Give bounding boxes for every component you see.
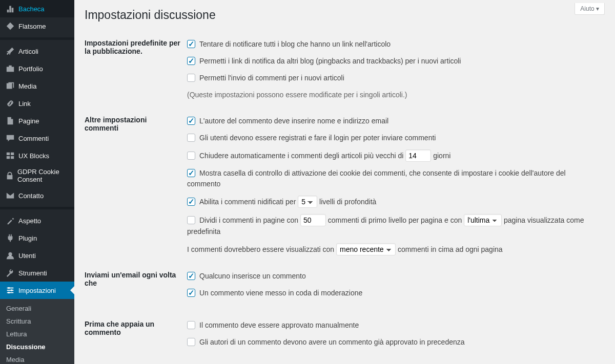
plugin-icon: [5, 233, 15, 243]
chk-allow-comments[interactable]: [187, 74, 195, 82]
section-email-heading: Inviami un'email ogni volta che: [85, 263, 187, 312]
comments-icon: [5, 133, 15, 143]
section-moderation-heading: Moderazione commenti: [85, 361, 187, 364]
pin-icon: [5, 46, 15, 56]
sidebar-item-utenti[interactable]: Utenti: [0, 247, 74, 264]
portfolio-icon: [5, 63, 15, 74]
sidebar-item-portfolio[interactable]: Portfolio: [0, 60, 74, 77]
sidebar-item-label: Aspetto: [18, 217, 41, 225]
admin-sidebar: BachecaFlatsomeArticoliPortfolioMediaLin…: [0, 0, 74, 364]
opt-paginate[interactable]: Dividi i commenti in pagine con commenti…: [187, 214, 600, 237]
opt-notify-blogs[interactable]: Tentare di notificare tutti i blog che h…: [187, 39, 600, 50]
opt-manual-approve[interactable]: Il commento deve essere approvato manual…: [187, 320, 600, 331]
opt-email-moderation[interactable]: Un commento viene messo in coda di moder…: [187, 288, 600, 298]
opt-require-login[interactable]: Gli utenti devono essere registrati e fa…: [187, 133, 600, 143]
section-before-heading: Prima che appaia un commento: [85, 312, 187, 361]
sidebar-item-label: Impostazioni: [18, 287, 56, 294]
sidebar-item-aspetto[interactable]: Aspetto: [0, 212, 74, 229]
sidebar-item-ux-blocks[interactable]: UX Blocks: [0, 147, 74, 164]
media-icon: [5, 81, 15, 91]
sidebar-item-commenti[interactable]: Commenti: [0, 130, 74, 147]
select-comment-order[interactable]: meno recente: [336, 243, 396, 255]
sidebar-item-label: Pagine: [18, 117, 39, 125]
sidebar-item-pagine[interactable]: Pagine: [0, 112, 74, 130]
chk-manual-approve[interactable]: [187, 321, 195, 329]
pages-icon: [5, 116, 15, 126]
select-thread-depth[interactable]: 5: [298, 196, 317, 208]
blocks-icon: [5, 151, 15, 161]
sidebar-item-media[interactable]: Media: [0, 77, 74, 95]
select-default-page[interactable]: l'ultima: [464, 214, 502, 226]
dashboard-icon: [5, 4, 15, 14]
chk-cookies[interactable]: [187, 169, 195, 177]
appearance-icon: [5, 216, 15, 226]
opt-threaded[interactable]: Abilita i commenti nidificati per 5 live…: [187, 196, 600, 208]
opt-close-old[interactable]: Chiudere automaticamente i commenti degl…: [187, 149, 600, 162]
opt-allow-comments[interactable]: Permetti l'invio di commenti per i nuovi…: [187, 73, 600, 83]
input-close-days[interactable]: [405, 149, 431, 162]
opt-cookies[interactable]: Mostra casella di controllo di attivazio…: [187, 168, 600, 189]
svg-point-5: [11, 289, 13, 291]
submenu-item-media[interactable]: Media: [0, 353, 74, 364]
sidebar-item-label: Articoli: [18, 48, 38, 55]
default-note: (Queste impostazioni possono essere modi…: [187, 90, 600, 100]
opt-order: I commenti dovrebbero essere visualizzat…: [187, 245, 503, 253]
section-default-heading: Impostazioni predefinite per la pubblica…: [85, 31, 187, 108]
chk-require-name-email[interactable]: [187, 117, 195, 125]
sidebar-item-label: Media: [18, 82, 36, 90]
mail-icon: [5, 190, 15, 201]
sidebar-item-label: Commenti: [18, 135, 49, 142]
sidebar-item-label: Strumenti: [18, 269, 47, 277]
sidebar-item-label: Flatsome: [18, 23, 46, 30]
flatsome-icon: [5, 21, 15, 31]
settings-form: Impostazioni predefinite per la pubblica…: [85, 31, 605, 364]
sidebar-item-contatto[interactable]: Contatto: [0, 187, 74, 204]
tools-icon: [5, 268, 15, 278]
main-content: Aiuto ▾ Impostazioni discussione Imposta…: [74, 0, 615, 364]
chk-threaded[interactable]: [187, 198, 195, 206]
sidebar-item-articoli[interactable]: Articoli: [0, 42, 74, 60]
link-icon: [5, 98, 15, 109]
chk-notify-blogs[interactable]: [187, 40, 195, 48]
sidebar-item-label: UX Blocks: [18, 152, 49, 160]
sidebar-item-strumenti[interactable]: Strumenti: [0, 264, 74, 282]
settings-icon: [5, 285, 15, 295]
help-button[interactable]: Aiuto ▾: [575, 3, 605, 15]
sidebar-item-label: GDPR Cookie Consent: [17, 168, 70, 183]
svg-point-6: [8, 292, 10, 294]
opt-email-new[interactable]: Qualcuno inserisce un commento: [187, 271, 600, 282]
submenu-item-generali[interactable]: Generali: [0, 302, 74, 315]
sidebar-item-gdpr-cookie-consent[interactable]: GDPR Cookie Consent: [0, 164, 74, 187]
sidebar-item-plugin[interactable]: Plugin: [0, 229, 74, 247]
settings-submenu: GeneraliScritturaLetturaDiscussioneMedia…: [0, 299, 74, 364]
chk-prev-approved[interactable]: [187, 338, 195, 346]
section-other-heading: Altre impostazioni commenti: [85, 108, 187, 263]
opt-allow-pingbacks[interactable]: Permetti i link di notifica da altri blo…: [187, 56, 600, 67]
lock-icon: [5, 170, 14, 181]
sidebar-item-impostazioni[interactable]: Impostazioni: [0, 282, 74, 299]
sidebar-item-label: Utenti: [18, 252, 36, 260]
sidebar-item-link[interactable]: Link: [0, 95, 74, 112]
chk-email-moderation[interactable]: [187, 289, 195, 297]
input-per-page[interactable]: [300, 214, 326, 226]
chk-require-login[interactable]: [187, 134, 195, 142]
chk-close-old[interactable]: [187, 152, 195, 160]
svg-point-4: [8, 287, 10, 289]
opt-require-name-email[interactable]: L'autore del commento deve inserire nome…: [187, 116, 600, 126]
sidebar-item-bacheca[interactable]: Bacheca: [0, 0, 74, 17]
opt-prev-approved[interactable]: Gli autori di un commento devono avere u…: [187, 337, 600, 348]
submenu-item-discussione[interactable]: Discussione: [0, 340, 74, 353]
submenu-item-scrittura[interactable]: Scrittura: [0, 315, 74, 328]
submenu-item-lettura[interactable]: Lettura: [0, 328, 74, 340]
sidebar-item-label: Bacheca: [18, 5, 45, 13]
users-icon: [5, 250, 15, 261]
chk-allow-pingbacks[interactable]: [187, 57, 195, 65]
sidebar-item-label: Portfolio: [18, 65, 43, 73]
chk-email-new[interactable]: [187, 272, 195, 280]
page-title: Impostazioni discussione: [85, 8, 605, 22]
sidebar-item-flatsome[interactable]: Flatsome: [0, 17, 74, 35]
svg-point-0: [8, 252, 12, 256]
chk-paginate[interactable]: [187, 216, 195, 224]
sidebar-item-label: Plugin: [18, 234, 37, 242]
sidebar-item-label: Link: [18, 100, 31, 108]
